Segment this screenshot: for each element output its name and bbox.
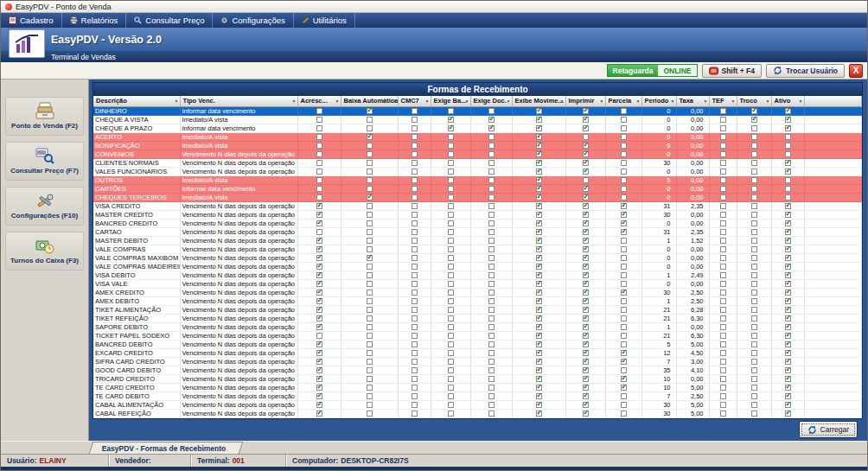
checkbox-unchecked[interactable]: [412, 324, 418, 330]
table-row[interactable]: BANCRED CREDITOVencimento N dias depois …: [93, 219, 862, 227]
checkbox-checked[interactable]: [785, 385, 791, 391]
column-header[interactable]: Descrição▼: [93, 96, 180, 106]
table-row[interactable]: VISA DEBITOVencimento N dias depois da o…: [93, 271, 862, 279]
checkbox-unchecked[interactable]: [751, 220, 757, 226]
checkbox-unchecked[interactable]: [720, 255, 726, 261]
checkbox-unchecked[interactable]: [316, 194, 322, 200]
checkbox-checked[interactable]: [583, 350, 589, 356]
table-row[interactable]: CHEQUES TERCEIROSImediato/A vista00,00: [93, 193, 862, 201]
checkbox-checked[interactable]: [785, 238, 791, 244]
checkbox-unchecked[interactable]: [720, 108, 726, 114]
checkbox-unchecked[interactable]: [412, 333, 418, 339]
checkbox-unchecked[interactable]: [751, 385, 757, 391]
checkbox-unchecked[interactable]: [448, 212, 454, 218]
checkbox-unchecked[interactable]: [316, 134, 322, 140]
table-row[interactable]: CONVENIOSVencimento N dias depois da ope…: [93, 150, 862, 158]
checkbox-unchecked[interactable]: [448, 341, 454, 347]
checkbox-unchecked[interactable]: [488, 315, 495, 321]
checkbox-unchecked[interactable]: [448, 134, 454, 140]
checkbox-checked[interactable]: [785, 169, 791, 175]
checkbox-unchecked[interactable]: [367, 246, 373, 252]
checkbox-checked[interactable]: [785, 212, 791, 218]
checkbox-unchecked[interactable]: [448, 169, 454, 175]
checkbox-unchecked[interactable]: [448, 359, 454, 365]
checkbox-checked[interactable]: [316, 402, 322, 408]
tab-formas-de-recebimento[interactable]: EasyPDV - Formas de Recebimento: [89, 442, 243, 454]
checkbox-unchecked[interactable]: [367, 125, 373, 131]
checkbox-unchecked[interactable]: [720, 290, 726, 296]
checkbox-checked[interactable]: [367, 108, 373, 114]
table-row[interactable]: ACERTOImediato/A vista00,00: [93, 132, 862, 141]
checkbox-checked[interactable]: [316, 411, 322, 417]
checkbox-unchecked[interactable]: [621, 194, 627, 200]
checkbox-unchecked[interactable]: [621, 125, 627, 131]
checkbox-unchecked[interactable]: [751, 359, 757, 365]
checkbox-checked[interactable]: [785, 402, 791, 408]
checkbox-checked[interactable]: [583, 402, 589, 408]
checkbox-unchecked[interactable]: [751, 151, 757, 157]
checkbox-checked[interactable]: [583, 359, 589, 365]
sidebar-item-turnos-do-caixa[interactable]: Turnos do Caixa (F3): [5, 232, 84, 271]
checkbox-unchecked[interactable]: [621, 272, 627, 278]
checkbox-unchecked[interactable]: [412, 298, 418, 304]
checkbox-unchecked[interactable]: [751, 367, 757, 373]
checkbox-unchecked[interactable]: [488, 272, 495, 278]
checkbox-unchecked[interactable]: [720, 350, 726, 356]
checkbox-unchecked[interactable]: [785, 151, 791, 157]
checkbox-checked[interactable]: [621, 359, 627, 365]
checkbox-unchecked[interactable]: [367, 160, 373, 166]
checkbox-unchecked[interactable]: [412, 117, 418, 123]
checkbox-checked[interactable]: [583, 341, 589, 347]
checkbox-unchecked[interactable]: [448, 143, 454, 149]
checkbox-checked[interactable]: [785, 290, 791, 296]
checkbox-unchecked[interactable]: [316, 186, 322, 192]
checkbox-checked[interactable]: [785, 125, 791, 131]
checkbox-checked[interactable]: [488, 125, 495, 131]
checkbox-unchecked[interactable]: [448, 151, 454, 157]
menu-relatorios[interactable]: Relatórios: [62, 13, 127, 28]
checkbox-unchecked[interactable]: [751, 333, 757, 339]
checkbox-checked[interactable]: [536, 177, 542, 183]
checkbox-checked[interactable]: [785, 315, 791, 321]
checkbox-unchecked[interactable]: [448, 367, 454, 373]
checkbox-unchecked[interactable]: [621, 246, 627, 252]
checkbox-checked[interactable]: [316, 315, 322, 321]
checkbox-checked[interactable]: [316, 393, 322, 399]
checkbox-unchecked[interactable]: [720, 264, 726, 270]
checkbox-unchecked[interactable]: [448, 220, 454, 226]
table-row[interactable]: OUTROSImediato/A vista50,00: [93, 175, 862, 184]
column-filter-dropdown-icon[interactable]: ▼: [292, 99, 297, 104]
checkbox-unchecked[interactable]: [488, 341, 495, 347]
checkbox-unchecked[interactable]: [448, 255, 454, 261]
checkbox-checked[interactable]: [785, 108, 791, 114]
checkbox-unchecked[interactable]: [751, 298, 757, 304]
checkbox-unchecked[interactable]: [448, 307, 454, 313]
menu-utilitarios[interactable]: Utilitários: [294, 13, 355, 28]
checkbox-checked[interactable]: [316, 290, 322, 296]
checkbox-checked[interactable]: [536, 203, 542, 209]
checkbox-unchecked[interactable]: [448, 324, 454, 330]
checkbox-checked[interactable]: [621, 203, 627, 209]
checkbox-unchecked[interactable]: [448, 194, 454, 200]
checkbox-unchecked[interactable]: [412, 143, 418, 149]
checkbox-unchecked[interactable]: [751, 411, 757, 417]
checkbox-checked[interactable]: [583, 255, 589, 261]
checkbox-checked[interactable]: [536, 307, 542, 313]
table-row[interactable]: BONIFICAÇÃOImediato/A vista00,00: [93, 141, 862, 150]
close-button[interactable]: X: [849, 64, 863, 78]
table-row[interactable]: CHEQUE A VISTAImediato/A vista00,00: [93, 115, 862, 124]
checkbox-unchecked[interactable]: [621, 255, 627, 261]
checkbox-unchecked[interactable]: [720, 125, 726, 131]
checkbox-checked[interactable]: [785, 341, 791, 347]
checkbox-unchecked[interactable]: [367, 281, 373, 287]
checkbox-unchecked[interactable]: [448, 402, 454, 408]
checkbox-checked[interactable]: [536, 169, 542, 175]
checkbox-checked[interactable]: [621, 229, 627, 235]
checkbox-checked[interactable]: [583, 315, 589, 321]
checkbox-unchecked[interactable]: [412, 359, 418, 365]
column-header[interactable]: Troco▼: [737, 96, 771, 106]
checkbox-unchecked[interactable]: [785, 134, 791, 140]
checkbox-unchecked[interactable]: [448, 238, 454, 244]
checkbox-checked[interactable]: [583, 194, 589, 200]
checkbox-checked[interactable]: [536, 341, 542, 347]
